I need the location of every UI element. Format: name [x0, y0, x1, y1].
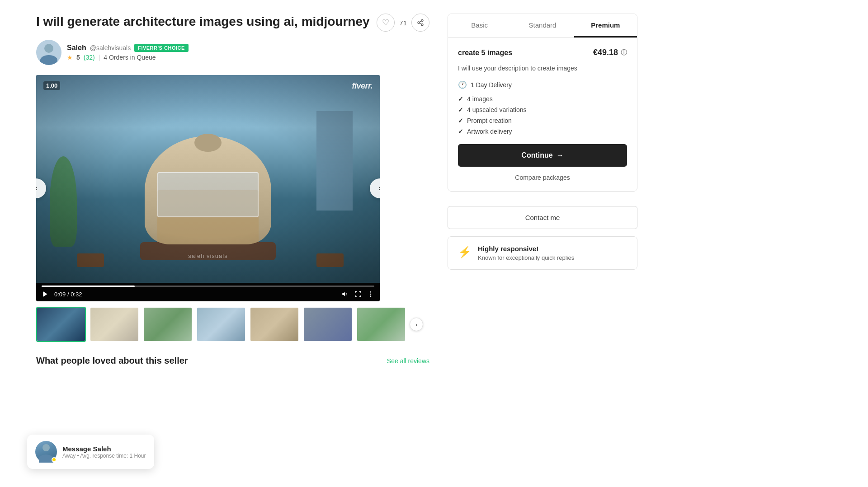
- responsive-card: ⚡ Highly responsive! Known for exception…: [448, 236, 637, 270]
- responsive-title: Highly responsive!: [478, 245, 574, 253]
- star-icon: ★: [67, 54, 73, 61]
- compare-packages-button[interactable]: Compare packages: [458, 172, 627, 183]
- arrow-icon: →: [557, 151, 564, 159]
- review-count[interactable]: (32): [84, 54, 95, 61]
- svg-point-9: [370, 295, 372, 297]
- svg-marker-5: [43, 291, 47, 297]
- price-info-icon[interactable]: ⓘ: [621, 49, 627, 57]
- check-icon-4: ✓: [458, 128, 463, 135]
- rating-score: 5: [76, 54, 80, 61]
- video-player: ‹: [36, 75, 380, 301]
- tab-basic[interactable]: Basic: [448, 14, 511, 37]
- play-button[interactable]: [42, 290, 49, 298]
- package-price: €49.18 ⓘ: [593, 48, 627, 57]
- thumbnail-1[interactable]: [36, 307, 86, 342]
- avatar: [36, 40, 61, 65]
- tab-premium[interactable]: Premium: [574, 14, 637, 37]
- fiverr-watermark: fiverr.: [352, 81, 373, 91]
- lightning-icon: ⚡: [458, 246, 472, 258]
- fullscreen-button[interactable]: [354, 290, 362, 298]
- features-list: ✓ 4 images ✓ 4 upscaled variations ✓ Pro…: [458, 95, 627, 135]
- feature-item: ✓ Prompt creation: [458, 117, 627, 124]
- video-credit: saleh visuals: [188, 253, 227, 259]
- video-timestamp: 1.00: [43, 81, 60, 90]
- svg-point-1: [418, 22, 420, 23]
- sidebar: Basic Standard Premium create 5 images €…: [448, 14, 637, 366]
- thumbnail-strip: ›: [36, 307, 429, 342]
- time-display: 0:09 / 0:32: [54, 291, 82, 298]
- progress-bar[interactable]: [42, 286, 374, 287]
- continue-button[interactable]: Continue →: [458, 144, 627, 167]
- delivery-text: 1 Day Delivery: [471, 81, 512, 89]
- check-icon-3: ✓: [458, 117, 463, 124]
- package-name: create 5 images: [458, 49, 512, 57]
- svg-line-3: [420, 23, 422, 24]
- message-bubble[interactable]: Message Saleh Away • Avg. response time:…: [27, 435, 154, 469]
- video-area[interactable]: 1.00 fiverr. saleh visuals: [36, 75, 380, 283]
- svg-point-0: [421, 19, 423, 21]
- see-all-reviews-link[interactable]: See all reviews: [387, 357, 429, 365]
- video-controls: 0:09 / 0:32: [36, 283, 380, 301]
- feature-item: ✓ 4 upscaled variations: [458, 106, 627, 113]
- bubble-status: Away • Avg. response time: 1 Hour: [62, 453, 146, 459]
- bubble-avatar: [35, 441, 57, 463]
- divider: |: [99, 54, 100, 61]
- volume-button[interactable]: [342, 290, 349, 298]
- bubble-name: Message Saleh: [62, 445, 146, 453]
- section-header: What people loved about this seller See …: [36, 356, 429, 366]
- online-dot: [52, 457, 57, 462]
- package-tabs: Basic Standard Premium: [448, 14, 637, 38]
- thumbnail-7[interactable]: [356, 307, 406, 342]
- share-button[interactable]: [411, 14, 429, 32]
- thumbnail-6[interactable]: [303, 307, 353, 342]
- gig-title: I will generate architecture images usin…: [36, 14, 370, 30]
- svg-line-4: [420, 21, 422, 22]
- fiverrs-choice-badge: FIVERR'S CHOICE: [134, 44, 189, 52]
- svg-point-7: [370, 291, 372, 293]
- tab-standard[interactable]: Standard: [511, 14, 574, 37]
- check-icon-2: ✓: [458, 106, 463, 113]
- thumbnail-5[interactable]: [250, 307, 299, 342]
- thumbnail-2[interactable]: [90, 307, 139, 342]
- progress-fill: [42, 286, 135, 287]
- package-card: Basic Standard Premium create 5 images €…: [448, 14, 637, 192]
- seller-handle: @salehvisuals: [90, 44, 131, 52]
- like-count: 71: [399, 19, 407, 27]
- feature-item: ✓ 4 images: [458, 95, 627, 103]
- seller-name: Saleh: [67, 44, 86, 52]
- thumbnail-4[interactable]: [196, 307, 246, 342]
- check-icon-1: ✓: [458, 95, 463, 103]
- feature-item: ✓ Artwork delivery: [458, 128, 627, 135]
- orders-queue: 4 Orders in Queue: [104, 54, 156, 61]
- svg-marker-6: [342, 292, 345, 296]
- package-body: create 5 images €49.18 ⓘ I will use your…: [448, 38, 637, 191]
- section-title: What people loved about this seller: [36, 356, 188, 366]
- favorite-button[interactable]: ♡: [377, 14, 395, 32]
- contact-me-button[interactable]: Contact me: [448, 206, 637, 229]
- more-options-button[interactable]: [367, 290, 374, 298]
- clock-icon: 🕐: [458, 80, 467, 89]
- strip-next-button[interactable]: ›: [410, 318, 423, 331]
- thumbnail-3[interactable]: [143, 307, 193, 342]
- responsive-description: Known for exceptionally quick replies: [478, 254, 574, 261]
- package-description: I will use your description to create im…: [458, 64, 627, 73]
- svg-point-8: [370, 294, 372, 295]
- svg-point-2: [421, 24, 423, 26]
